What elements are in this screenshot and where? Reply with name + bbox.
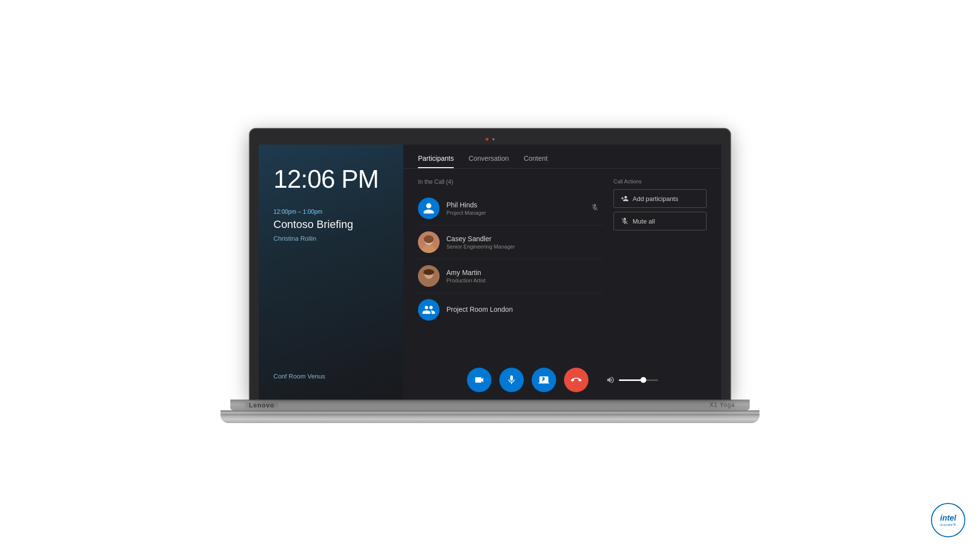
lenovo-logo: Lenovo: [245, 401, 278, 410]
camera-dot: [486, 138, 489, 141]
screen-bezel: 12:06 PM 12:00pm – 1:00pm Contoso Briefi…: [250, 129, 730, 400]
participant-name: Amy Martin: [446, 269, 604, 276]
svg-point-3: [424, 235, 434, 243]
volume-control: [606, 376, 658, 384]
room-name: Conf Room Venus: [273, 373, 389, 380]
group-icon: [422, 303, 436, 317]
intel-logo-text: intel: [940, 514, 956, 523]
avatar-casey-sandler: [418, 231, 440, 253]
tab-bar: Participants Conversation Content: [403, 145, 721, 169]
avatar-project-room: [418, 299, 440, 321]
content-area: In the Call (4) Phil Hinds: [403, 169, 721, 360]
participants-section: In the Call (4) Phil Hinds: [418, 178, 604, 351]
screen-share-icon: [539, 375, 549, 385]
participant-item: Casey Sandler Senior Engineering Manager: [418, 226, 604, 258]
meeting-title: Contoso Briefing: [273, 218, 389, 231]
hangup-button[interactable]: [564, 368, 588, 392]
volume-icon: [606, 376, 615, 384]
participant-name: Phil Hinds: [446, 201, 604, 209]
camera-bar: [259, 138, 721, 145]
avatar-amy-martin: [418, 265, 440, 287]
participant-role: Production Artist: [446, 277, 604, 283]
intel-badge: intel inside®: [931, 503, 965, 537]
laptop-base: Lenovo X1 Yoga: [230, 400, 750, 410]
add-participants-button[interactable]: Add participants: [613, 189, 707, 208]
volume-thumb: [640, 377, 646, 383]
add-participants-label: Add participants: [633, 195, 678, 202]
laptop-hinge: [220, 410, 760, 415]
participant-name: Casey Sandler: [446, 235, 604, 243]
call-controls: [403, 360, 721, 400]
in-call-label: In the Call (4): [418, 178, 604, 185]
mic-button[interactable]: [499, 368, 524, 392]
participant-role: Senior Engineering Manager: [446, 244, 604, 250]
svg-point-7: [423, 269, 434, 275]
participant-info-amy: Amy Martin Production Artist: [446, 269, 604, 283]
microphone-icon: [506, 375, 517, 385]
call-actions-panel: Call Actions Add participants: [613, 178, 707, 351]
divider: [418, 259, 604, 259]
casey-avatar-graphic: [418, 231, 440, 253]
video-button[interactable]: [467, 368, 491, 392]
right-panel: Participants Conversation Content: [403, 145, 721, 400]
intel-inside-text: inside®: [940, 523, 956, 527]
divider: [418, 293, 604, 293]
volume-track[interactable]: [619, 379, 658, 381]
video-icon: [474, 375, 485, 385]
divider: [418, 225, 604, 226]
mute-icon: [621, 217, 629, 225]
share-screen-button[interactable]: [532, 368, 556, 392]
keyboard-base: [220, 415, 760, 423]
laptop-device: 12:06 PM 12:00pm – 1:00pm Contoso Briefi…: [220, 129, 760, 423]
meeting-organizer: Christina Rollin: [273, 235, 389, 242]
participant-role: Project Manager: [446, 210, 604, 216]
participant-item: Phil Hinds Project Manager: [418, 193, 604, 224]
volume-fill: [619, 379, 642, 381]
clock-display: 12:06 PM: [273, 164, 389, 194]
participant-item: Project Room London: [418, 294, 604, 326]
hangup-icon: [571, 375, 582, 385]
avatar-phil-hinds: [418, 198, 440, 219]
left-panel: 12:06 PM 12:00pm – 1:00pm Contoso Briefi…: [259, 145, 403, 400]
tab-content[interactable]: Content: [524, 154, 548, 168]
amy-avatar-graphic: [418, 265, 440, 287]
call-actions-label: Call Actions: [613, 178, 707, 184]
screen: 12:06 PM 12:00pm – 1:00pm Contoso Briefi…: [259, 145, 721, 400]
participant-info-room: Project Room London: [446, 305, 604, 314]
mute-all-button[interactable]: Mute all: [613, 212, 707, 230]
yoga-model-label: X1 Yoga: [710, 401, 735, 408]
tab-participants[interactable]: Participants: [418, 154, 454, 168]
participant-name: Project Room London: [446, 305, 604, 313]
participant-info-phil: Phil Hinds Project Manager: [446, 201, 604, 216]
meeting-time-range: 12:00pm – 1:00pm: [273, 208, 389, 215]
mute-all-label: Mute all: [633, 218, 655, 225]
add-person-icon: [621, 195, 629, 202]
tab-conversation[interactable]: Conversation: [468, 154, 509, 168]
person-icon: [422, 202, 435, 215]
participant-info-casey: Casey Sandler Senior Engineering Manager: [446, 235, 604, 250]
camera-light: [492, 138, 494, 140]
participant-item: Amy Martin Production Artist: [418, 260, 604, 292]
mic-muted-icon: [591, 203, 599, 213]
